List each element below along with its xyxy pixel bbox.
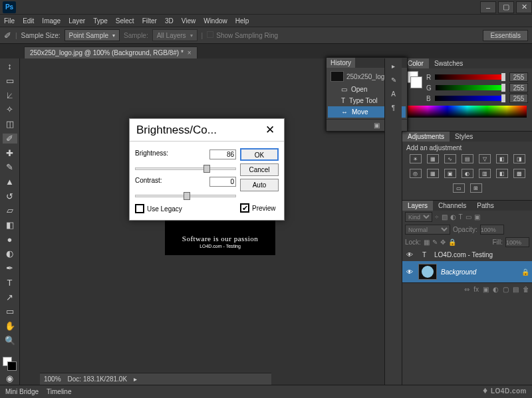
ok-button[interactable]: OK [240,148,279,161]
menu-file[interactable]: File [4,17,15,25]
minimize-button[interactable]: – [480,1,496,13]
menu-layer[interactable]: Layer [68,17,85,25]
link-layers-icon[interactable]: ⇔ [464,286,469,293]
adj-layer-icon[interactable]: ◐ [493,286,499,293]
lock-trans-icon[interactable]: ▦ [424,239,430,246]
crop-tool-icon[interactable]: ◫ [3,119,17,130]
blur-tool-icon[interactable]: ● [3,234,17,245]
collapsed-char-icon[interactable]: A [391,90,396,98]
r-slider[interactable] [435,74,505,80]
g-slider[interactable] [436,85,505,90]
spectrum-picker[interactable] [408,106,527,118]
brightness-input[interactable] [209,149,236,159]
collapsed-brush-icon[interactable]: ✎ [391,76,396,84]
mini-bridge-tab[interactable]: Mini Bridge [5,388,39,395]
history-brush-tool-icon[interactable]: ↺ [3,191,17,201]
move-tool-icon[interactable]: ↕ [3,61,17,72]
menu-edit[interactable]: Edit [23,17,34,25]
adj-more-icon[interactable]: ⊞ [470,183,482,193]
adj-photo-icon[interactable]: ◎ [410,169,422,178]
eyedropper-tool-icon[interactable]: ✐ [4,31,11,41]
marquee-tool-icon[interactable]: ▭ [3,76,17,86]
adj-vibrance-icon[interactable]: ▽ [479,154,491,163]
quickmask-icon[interactable]: ◉ [3,373,17,384]
adj-threshold-icon[interactable]: ◧ [496,169,508,178]
close-button[interactable]: ✕ [516,1,532,13]
layer-row[interactable]: 👁 T LO4D.com - Testing [402,249,532,261]
shape-tool-icon[interactable]: ▭ [3,306,17,317]
adj-invert-icon[interactable]: ◐ [462,169,473,178]
r-input[interactable] [509,72,528,82]
visibility-icon[interactable]: 👁 [405,268,414,276]
adj-levels-icon[interactable]: ▦ [427,154,439,163]
sample-size-select[interactable]: Point Sample▾ [65,29,120,41]
menu-image[interactable]: Image [42,17,61,25]
lock-pos-icon[interactable]: ✥ [440,239,446,246]
adj-hue-icon[interactable]: ◧ [496,154,508,163]
collapsed-history-icon[interactable]: ▸ [392,62,395,70]
dodge-tool-icon[interactable]: ◐ [3,249,17,259]
timeline-tab[interactable]: Timeline [47,388,71,395]
gradient-tool-icon[interactable]: ◧ [3,220,17,231]
menu-3d[interactable]: 3D [165,17,174,25]
trash-icon[interactable]: 🗑 [523,286,529,293]
preview-checkbox[interactable]: ✔Preview [240,203,279,213]
group-icon[interactable]: ▢ [503,286,509,293]
document-tab[interactable]: 250x250_logo.jpg @ 100% (Background, RGB… [24,47,198,58]
workspace-switcher[interactable]: Essentials [483,30,528,41]
zoom-level[interactable]: 100% [44,375,61,383]
adjustments-tab[interactable]: Adjustments [402,132,450,142]
filter-adj-icon[interactable]: ◐ [450,213,456,221]
menu-type[interactable]: Type [93,17,108,25]
dialog-close-button[interactable]: ✕ [263,123,277,137]
cancel-button[interactable]: Cancel [240,163,279,176]
menu-window[interactable]: Window [203,17,227,25]
contrast-slider[interactable] [135,195,236,197]
styles-tab[interactable]: Styles [450,132,478,142]
path-tool-icon[interactable]: ↗ [3,292,17,302]
lock-all-icon[interactable]: 🔒 [448,239,456,246]
mask-icon[interactable]: ▣ [483,286,489,293]
paths-tab[interactable]: Paths [471,201,499,211]
fgbg-color-icon[interactable] [406,71,422,100]
adj-lookup-icon[interactable]: ▣ [444,169,456,178]
g-input[interactable] [509,83,528,92]
filter-type-icon[interactable]: T [459,213,463,221]
layer-kind-select[interactable]: Kind [405,212,432,222]
heal-tool-icon[interactable]: ✚ [3,148,17,158]
brightness-slider[interactable] [135,167,236,170]
eyedropper-tool-icon[interactable]: ✐ [3,134,17,144]
pen-tool-icon[interactable]: ✒ [3,263,17,274]
visibility-icon[interactable]: 👁 [405,251,414,258]
fill-input[interactable] [505,237,529,247]
adj-curves-icon[interactable]: ∿ [444,154,456,163]
status-chevron-icon[interactable]: ▸ [134,375,137,383]
close-tab-icon[interactable]: × [188,49,192,56]
lock-paint-icon[interactable]: ✎ [432,239,438,246]
type-tool-icon[interactable]: T [3,278,17,288]
zoom-tool-icon[interactable]: 🔍 [3,335,17,346]
hand-tool-icon[interactable]: ✋ [3,321,17,332]
menu-select[interactable]: Select [116,17,134,25]
use-legacy-checkbox[interactable]: Use Legacy [135,204,236,213]
adj-gradmap-icon[interactable]: ▭ [453,183,465,193]
fx-icon[interactable]: fx [473,286,479,293]
collapsed-para-icon[interactable]: ¶ [392,104,395,112]
filter-shape-icon[interactable]: ▭ [466,213,471,221]
eraser-tool-icon[interactable]: ▱ [3,205,17,216]
adj-brightness-icon[interactable]: ☀ [410,154,422,163]
brush-tool-icon[interactable]: ✎ [3,162,17,173]
adj-bw-icon[interactable]: ◨ [513,154,525,163]
sample-select[interactable]: All Layers▾ [152,29,198,41]
maximize-button[interactable]: ▢ [498,1,514,13]
layers-tab[interactable]: Layers [402,201,433,211]
adj-poster-icon[interactable]: ▥ [479,169,491,178]
new-layer-icon[interactable]: ▤ [513,286,519,293]
adj-exposure-icon[interactable]: ▤ [462,154,473,163]
history-tab[interactable]: History [327,58,355,68]
wand-tool-icon[interactable]: ✧ [3,104,17,115]
adj-selcolor-icon[interactable]: ▩ [513,169,525,178]
menu-filter[interactable]: Filter [142,17,157,25]
b-input[interactable] [509,94,528,103]
filter-pixel-icon[interactable]: ▧ [442,213,448,221]
